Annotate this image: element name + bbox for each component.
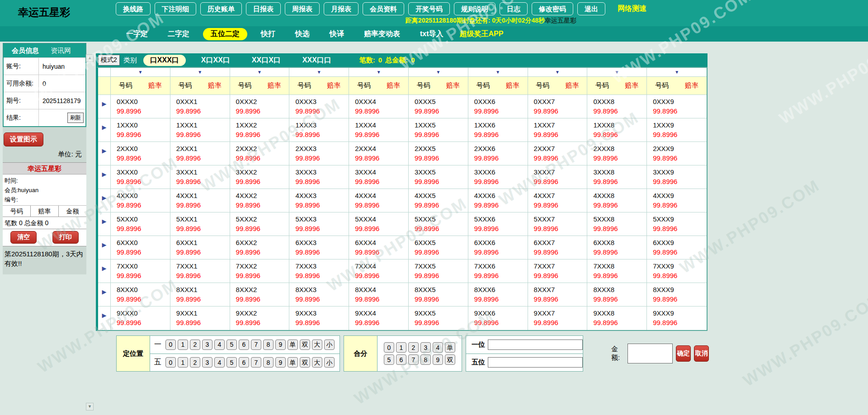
position-五-button-4[interactable]: 4 xyxy=(214,357,225,368)
bet-cell-7XXX2[interactable]: 7XXX299.8996 xyxy=(230,259,290,283)
sum-button-8[interactable]: 8 xyxy=(420,354,431,365)
position-一-button-0[interactable]: 0 xyxy=(165,340,176,350)
bet-cell-5XXX2[interactable]: 5XXX299.8996 xyxy=(230,212,290,236)
bet-cell-2XXX7[interactable]: 2XXX799.8996 xyxy=(528,142,588,165)
bet-cell-1XXX1[interactable]: 1XXX199.8996 xyxy=(170,118,230,142)
bet-cell-4XXX4[interactable]: 4XXX499.8996 xyxy=(349,189,409,212)
column-filter-cell[interactable]: ▼ xyxy=(587,68,647,77)
bet-cell-4XXX2[interactable]: 4XXX299.8996 xyxy=(230,189,290,212)
bet-cell-3XXX0[interactable]: 3XXX099.8996 xyxy=(111,165,170,189)
bet-cell-0XXX9[interactable]: 0XXX999.8996 xyxy=(647,95,707,118)
bet-cell-7XXX4[interactable]: 7XXX499.8996 xyxy=(349,259,409,283)
bet-cell-6XXX7[interactable]: 6XXX799.8996 xyxy=(528,236,588,259)
position-一-button-8[interactable]: 8 xyxy=(263,340,274,350)
sum-button-1[interactable]: 1 xyxy=(396,342,406,353)
column-filter-cell[interactable]: ▼ xyxy=(409,68,468,77)
bet-cell-5XXX7[interactable]: 5XXX799.8996 xyxy=(528,212,588,236)
bet-cell-0XXX8[interactable]: 0XXX899.8996 xyxy=(587,95,647,118)
bet-cell-3XXX6[interactable]: 3XXX699.8996 xyxy=(468,165,528,189)
confirm-button[interactable]: 确定 xyxy=(676,345,691,362)
position-五-button-7[interactable]: 7 xyxy=(251,357,261,368)
sum-button-2[interactable]: 2 xyxy=(408,342,419,353)
column-filter-cell[interactable]: ▼ xyxy=(528,68,588,77)
bet-cell-1XXX5[interactable]: 1XXX599.8996 xyxy=(409,118,468,142)
menu-button-日志[interactable]: 日志 xyxy=(500,2,528,15)
bet-cell-7XXX8[interactable]: 7XXX899.8996 xyxy=(587,259,647,283)
row-marker-cell[interactable]: ▶ xyxy=(98,118,111,142)
bet-cell-9XXX1[interactable]: 9XXX199.8996 xyxy=(170,307,230,330)
bet-cell-4XXX3[interactable]: 4XXX399.8996 xyxy=(289,189,349,212)
nav-tab-txt导入[interactable]: txt导入 xyxy=(414,28,450,40)
position-一-button-单[interactable]: 单 xyxy=(288,340,298,350)
bet-cell-6XXX4[interactable]: 6XXX499.8996 xyxy=(349,236,409,259)
position-五-button-5[interactable]: 5 xyxy=(226,357,237,368)
position-五-button-0[interactable]: 0 xyxy=(165,357,176,368)
bet-cell-7XXX0[interactable]: 7XXX099.8996 xyxy=(111,259,170,283)
bet-cell-8XXX2[interactable]: 8XXX299.8996 xyxy=(230,283,290,307)
bet-cell-7XXX6[interactable]: 7XXX699.8996 xyxy=(468,259,528,283)
bet-cell-2XXX8[interactable]: 2XXX899.8996 xyxy=(587,142,647,165)
row-marker-cell[interactable]: ▶ xyxy=(98,212,111,236)
bet-cell-5XXX6[interactable]: 5XXX699.8996 xyxy=(468,212,528,236)
nav-tab-五位二定[interactable]: 五位二定 xyxy=(203,28,247,40)
sum-button-双[interactable]: 双 xyxy=(445,354,455,365)
position-一-button-2[interactable]: 2 xyxy=(190,340,200,350)
bet-cell-1XXX3[interactable]: 1XXX399.8996 xyxy=(289,118,349,142)
super-app-link[interactable]: 超级奖王APP xyxy=(460,29,504,39)
bet-cell-2XXX4[interactable]: 2XXX499.8996 xyxy=(349,142,409,165)
bet-cell-8XXX8[interactable]: 8XXX899.8996 xyxy=(587,283,647,307)
clear-button[interactable]: 清空 xyxy=(10,231,37,244)
bet-cell-9XXX7[interactable]: 9XXX799.8996 xyxy=(528,307,588,330)
bet-cell-8XXX3[interactable]: 8XXX399.8996 xyxy=(289,283,349,307)
bet-cell-1XXX4[interactable]: 1XXX499.8996 xyxy=(349,118,409,142)
bet-cell-6XXX1[interactable]: 6XXX199.8996 xyxy=(170,236,230,259)
position-五-button-9[interactable]: 9 xyxy=(275,357,286,368)
bet-cell-3XXX5[interactable]: 3XXX599.8996 xyxy=(409,165,468,189)
menu-button-开奖号码[interactable]: 开奖号码 xyxy=(408,2,450,15)
menu-button-修改密码[interactable]: 修改密码 xyxy=(532,2,573,15)
menu-button-日报表[interactable]: 日报表 xyxy=(246,2,281,15)
bet-cell-6XXX8[interactable]: 6XXX899.8996 xyxy=(587,236,647,259)
main-scrollbar[interactable]: ▲ ▼ xyxy=(86,54,94,410)
bet-cell-2XXX9[interactable]: 2XXX999.8996 xyxy=(647,142,707,165)
bet-cell-3XXX3[interactable]: 3XXX399.8996 xyxy=(289,165,349,189)
bet-cell-0XXX7[interactable]: 0XXX799.8996 xyxy=(528,95,588,118)
mode-button[interactable]: 模式2 xyxy=(98,55,120,66)
bet-cell-7XXX1[interactable]: 7XXX199.8996 xyxy=(170,259,230,283)
refresh-button[interactable]: 刷新 xyxy=(67,113,84,123)
row-marker-cell[interactable]: ▶ xyxy=(98,259,111,283)
position-五-button-3[interactable]: 3 xyxy=(202,357,212,368)
menu-button-周报表[interactable]: 周报表 xyxy=(285,2,320,15)
column-filter-cell[interactable]: ▼ xyxy=(111,68,170,77)
position-五-button-小[interactable]: 小 xyxy=(324,357,335,368)
menu-button-历史账单[interactable]: 历史账单 xyxy=(200,2,242,15)
bet-cell-5XXX0[interactable]: 5XXX099.8996 xyxy=(111,212,170,236)
bet-cell-4XXX0[interactable]: 4XXX099.8996 xyxy=(111,189,170,212)
set-image-button[interactable]: 设置图示 xyxy=(4,132,43,146)
bet-cell-9XXX9[interactable]: 9XXX999.8996 xyxy=(647,307,707,330)
bet-cell-5XXX8[interactable]: 5XXX899.8996 xyxy=(587,212,647,236)
sum-button-5[interactable]: 5 xyxy=(384,354,394,365)
bet-cell-1XXX7[interactable]: 1XXX799.8996 xyxy=(528,118,588,142)
tab-member-info[interactable]: 会员信息 xyxy=(12,47,39,55)
column-filter-cell[interactable]: ▼ xyxy=(230,68,290,77)
position-一-button-7[interactable]: 7 xyxy=(251,340,261,350)
bet-cell-8XXX0[interactable]: 8XXX099.8996 xyxy=(111,283,170,307)
nav-tab-快选[interactable]: 快选 xyxy=(289,28,316,40)
bet-cell-2XXX0[interactable]: 2XXX099.8996 xyxy=(111,142,170,165)
position-五-button-8[interactable]: 8 xyxy=(263,357,274,368)
bet-cell-3XXX8[interactable]: 3XXX899.8996 xyxy=(587,165,647,189)
category-tab-口XXX口[interactable]: 口XXX口 xyxy=(143,55,186,66)
bet-cell-9XXX4[interactable]: 9XXX499.8996 xyxy=(349,307,409,330)
bet-cell-3XXX1[interactable]: 3XXX199.8996 xyxy=(170,165,230,189)
menu-button-退出[interactable]: 退出 xyxy=(577,2,605,15)
position-一-button-3[interactable]: 3 xyxy=(202,340,212,350)
bet-cell-0XXX2[interactable]: 0XXX299.8996 xyxy=(230,95,290,118)
row-marker-cell[interactable]: ▶ xyxy=(98,283,111,307)
scroll-down-button[interactable]: ▼ xyxy=(86,403,94,410)
bet-cell-5XXX5[interactable]: 5XXX599.8996 xyxy=(409,212,468,236)
bet-cell-1XXX9[interactable]: 1XXX999.8996 xyxy=(647,118,707,142)
bet-cell-8XXX7[interactable]: 8XXX799.8996 xyxy=(528,283,588,307)
network-speed-link[interactable]: 网络测速 xyxy=(618,4,646,14)
bet-cell-8XXX5[interactable]: 8XXX599.8996 xyxy=(409,283,468,307)
